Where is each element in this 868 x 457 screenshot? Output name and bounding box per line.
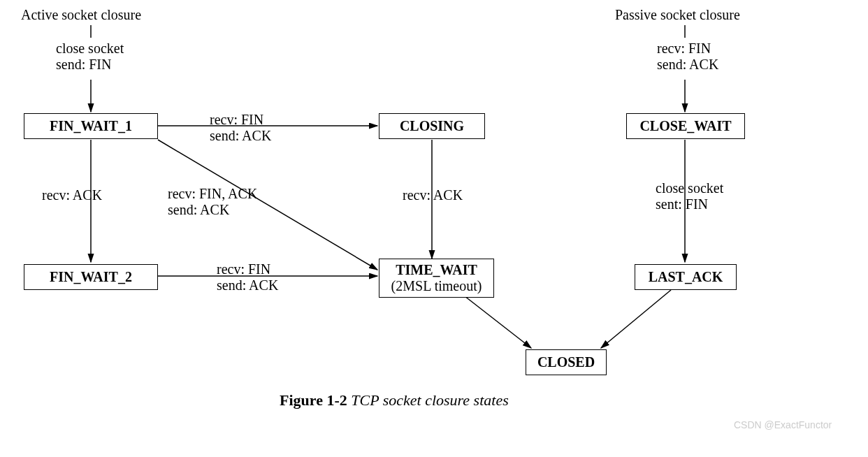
state-close-wait: CLOSE_WAIT (626, 113, 745, 139)
state-closed-label: CLOSED (537, 354, 595, 370)
fw1-to-closing-line1: recv: FIN (210, 112, 263, 127)
state-fin-wait-2-label: FIN_WAIT_2 (50, 269, 132, 284)
fw2-to-tw-line2: send: ACK (217, 277, 278, 293)
state-closing-label: CLOSING (400, 118, 464, 133)
tcp-closure-diagram: Active socket closure Passive socket clo… (0, 0, 868, 457)
fw1-to-closing-label: recv: FIN send: ACK (210, 112, 271, 144)
active-entry-line1: close socket (56, 41, 124, 56)
cw-to-la-line1: close socket (656, 180, 723, 196)
cw-to-la-line2: sent: FIN (656, 196, 708, 212)
passive-entry-line2: send: ACK (657, 57, 718, 72)
state-time-wait-label: TIME_WAIT (396, 262, 477, 277)
fw1-to-tw-line1: recv: FIN, ACK (168, 186, 257, 201)
state-time-wait: TIME_WAIT (2MSL timeout) (379, 259, 494, 298)
state-fin-wait-1: FIN_WAIT_1 (24, 113, 158, 139)
state-last-ack-label: LAST_ACK (649, 269, 723, 284)
closing-to-tw-label: recv: ACK (403, 187, 463, 203)
svg-line-10 (461, 293, 531, 348)
figure-title: TCP socket closure states (351, 391, 508, 409)
svg-line-11 (601, 290, 671, 348)
state-last-ack: LAST_ACK (635, 264, 737, 290)
passive-entry-label: recv: FIN send: ACK (657, 41, 718, 73)
state-closed: CLOSED (526, 349, 607, 375)
figure-number: Figure 1-2 (280, 391, 347, 409)
active-entry-line2: send: FIN (56, 57, 111, 72)
state-fin-wait-1-label: FIN_WAIT_1 (50, 118, 132, 133)
figure-caption: Figure 1-2 TCP socket closure states (280, 391, 509, 409)
state-fin-wait-2: FIN_WAIT_2 (24, 264, 158, 290)
passive-entry-line1: recv: FIN (657, 41, 711, 56)
fw2-to-tw-line1: recv: FIN (217, 261, 270, 277)
fw1-to-closing-line2: send: ACK (210, 128, 271, 143)
watermark: CSDN @ExactFunctor (734, 419, 832, 430)
active-entry-label: close socket send: FIN (56, 41, 124, 73)
arrows-layer (0, 0, 868, 457)
passive-closure-header: Passive socket closure (615, 7, 740, 23)
fw1-to-tw-label: recv: FIN, ACK send: ACK (168, 186, 257, 218)
state-closing: CLOSING (379, 113, 485, 139)
fw1-to-tw-line2: send: ACK (168, 202, 229, 217)
active-closure-header: Active socket closure (21, 7, 141, 23)
state-close-wait-label: CLOSE_WAIT (639, 118, 731, 133)
fw1-to-fw2-label: recv: ACK (42, 187, 102, 203)
fw2-to-tw-label: recv: FIN send: ACK (217, 261, 278, 293)
cw-to-la-label: close socket sent: FIN (656, 180, 723, 212)
state-time-wait-sub: (2MSL timeout) (391, 278, 482, 293)
